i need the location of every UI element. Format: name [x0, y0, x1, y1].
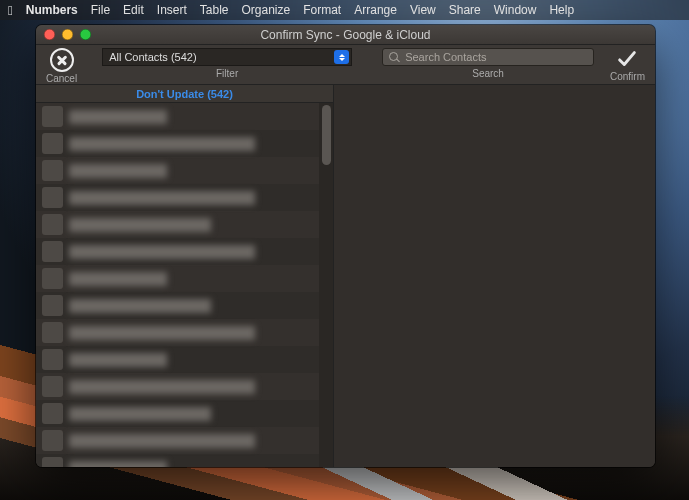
list-item[interactable]	[36, 184, 333, 211]
avatar	[42, 376, 63, 397]
apple-menu-icon[interactable]: 	[8, 3, 13, 18]
window-title: Confirm Sync - Google & iCloud	[36, 28, 655, 42]
avatar	[42, 241, 63, 262]
macos-menubar:  Numbers File Edit Insert Table Organiz…	[0, 0, 689, 20]
list-item[interactable]	[36, 157, 333, 184]
filter-select[interactable]: All Contacts (542)	[102, 48, 352, 66]
contact-name-redacted	[69, 353, 327, 367]
list-item[interactable]	[36, 130, 333, 157]
avatar	[42, 349, 63, 370]
contact-name-redacted	[69, 380, 327, 394]
avatar	[42, 403, 63, 424]
contact-name-redacted	[69, 164, 327, 178]
search-field[interactable]	[382, 48, 594, 66]
contact-name-redacted	[69, 272, 327, 286]
zoom-window-button[interactable]	[80, 29, 91, 40]
window-titlebar[interactable]: Confirm Sync - Google & iCloud	[36, 25, 655, 45]
contact-name-redacted	[69, 407, 327, 421]
avatar	[42, 214, 63, 235]
avatar	[42, 322, 63, 343]
contact-list	[36, 103, 333, 467]
list-item[interactable]	[36, 265, 333, 292]
confirm-sync-window: Confirm Sync - Google & iCloud Cancel Al…	[36, 25, 655, 467]
menu-format[interactable]: Format	[303, 3, 341, 17]
filter-select-value: All Contacts (542)	[109, 51, 196, 63]
list-item[interactable]	[36, 400, 333, 427]
avatar	[42, 187, 63, 208]
list-section-header[interactable]: Don't Update (542)	[36, 85, 333, 103]
avatar	[42, 106, 63, 127]
avatar	[42, 268, 63, 289]
menu-view[interactable]: View	[410, 3, 436, 17]
menu-organize[interactable]: Organize	[242, 3, 291, 17]
detail-pane	[334, 85, 655, 467]
window-body: Don't Update (542)	[36, 85, 655, 467]
contact-name-redacted	[69, 461, 327, 468]
contact-list-pane: Don't Update (542)	[36, 85, 334, 467]
avatar	[42, 133, 63, 154]
list-item[interactable]	[36, 319, 333, 346]
menu-window[interactable]: Window	[494, 3, 537, 17]
confirm-button[interactable]	[614, 48, 640, 70]
list-item[interactable]	[36, 373, 333, 400]
menu-arrange[interactable]: Arrange	[354, 3, 397, 17]
menu-help[interactable]: Help	[549, 3, 574, 17]
avatar	[42, 160, 63, 181]
chevron-updown-icon	[334, 50, 349, 64]
cancel-button[interactable]	[50, 48, 74, 72]
scrollbar-thumb[interactable]	[322, 105, 331, 165]
confirm-label: Confirm	[610, 71, 645, 82]
list-item[interactable]	[36, 238, 333, 265]
avatar	[42, 295, 63, 316]
search-label: Search	[472, 68, 504, 79]
contact-name-redacted	[69, 110, 327, 124]
cancel-label: Cancel	[46, 73, 77, 84]
list-item[interactable]	[36, 346, 333, 373]
list-item[interactable]	[36, 454, 333, 467]
contact-name-redacted	[69, 299, 327, 313]
filter-label: Filter	[216, 68, 238, 79]
menu-edit[interactable]: Edit	[123, 3, 144, 17]
search-icon	[389, 52, 400, 63]
menu-file[interactable]: File	[91, 3, 110, 17]
contact-name-redacted	[69, 137, 327, 151]
close-window-button[interactable]	[44, 29, 55, 40]
toolbar: Cancel All Contacts (542) Filter Search …	[36, 45, 655, 85]
list-item[interactable]	[36, 211, 333, 238]
search-input[interactable]	[405, 51, 587, 63]
app-menu[interactable]: Numbers	[26, 3, 78, 17]
avatar	[42, 430, 63, 451]
contact-name-redacted	[69, 191, 327, 205]
minimize-window-button[interactable]	[62, 29, 73, 40]
menu-table[interactable]: Table	[200, 3, 229, 17]
menu-insert[interactable]: Insert	[157, 3, 187, 17]
contact-name-redacted	[69, 326, 327, 340]
list-item[interactable]	[36, 427, 333, 454]
menu-share[interactable]: Share	[449, 3, 481, 17]
contact-name-redacted	[69, 434, 327, 448]
window-traffic-lights	[44, 29, 91, 40]
contact-name-redacted	[69, 245, 327, 259]
contact-name-redacted	[69, 218, 327, 232]
list-item[interactable]	[36, 292, 333, 319]
avatar	[42, 457, 63, 467]
scrollbar-track[interactable]	[319, 103, 333, 467]
checkmark-icon	[614, 48, 640, 70]
list-item[interactable]	[36, 103, 333, 130]
